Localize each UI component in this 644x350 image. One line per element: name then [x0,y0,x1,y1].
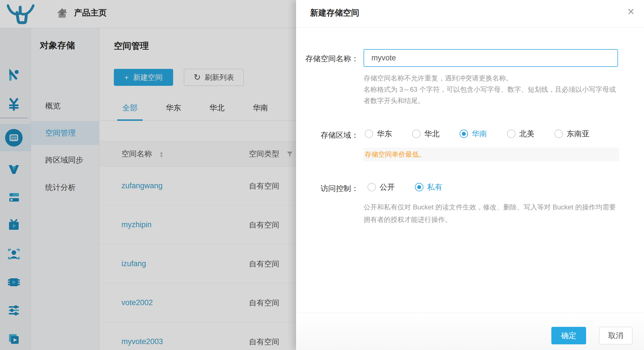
radio-icon [365,130,373,138]
access-control-help: 公开和私有仅对 Bucket 的读文件生效，修改、删除、写入等对 Bucket … [364,201,616,226]
region-option-dongnanya[interactable]: 东南亚 [554,126,589,141]
confirm-button[interactable]: 确定 [551,327,586,344]
drawer-header: 新建存储空间 × [296,0,644,27]
bucket-name-help: 存储空间名称不允许重复，遇到冲突请更换名称。 名称格式为 3～63 个字符，可以… [364,73,616,106]
radio-icon [412,130,421,138]
radio-icon [554,130,563,138]
region-option-huadong[interactable]: 华东 [365,126,392,141]
region-option-huabei[interactable]: 华北 [412,126,440,141]
region-price-note: 存储空间单价最低。 [364,148,619,161]
create-bucket-drawer: 新建存储空间 × 存储空间名称： 存储空间名称不允许重复，遇到冲突请更换名称。 … [296,0,644,350]
region-option-huanan[interactable]: 华南 [460,126,487,141]
bucket-name-label: 存储空间名称： [296,54,359,64]
cancel-button[interactable]: 取消 [599,327,632,344]
access-option-public[interactable]: 公开 [367,180,395,194]
bucket-name-input[interactable] [364,49,618,67]
region-label: 存储区域： [296,130,359,140]
access-control-label: 访问控制： [296,183,359,194]
radio-icon [367,183,376,191]
radio-selected-icon [415,183,423,191]
access-option-private[interactable]: 私有 [415,180,442,194]
radio-selected-icon [460,130,468,138]
drawer-title: 新建存储空间 [310,7,359,19]
drawer-footer: 确定 取消 [296,313,644,350]
region-option-beimei[interactable]: 北美 [507,126,534,141]
screen: 产品主页 [0,0,644,350]
radio-icon [507,130,515,138]
close-icon[interactable]: × [627,6,634,18]
